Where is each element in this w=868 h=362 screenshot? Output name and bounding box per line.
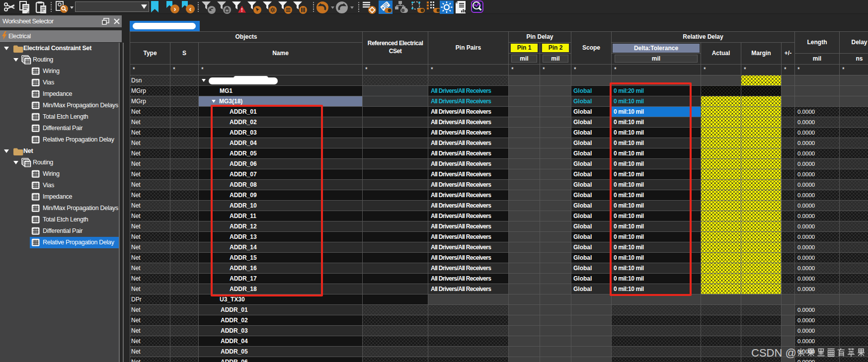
svg-text:›: ›: [174, 5, 176, 13]
svg-text:!: !: [241, 7, 242, 13]
svg-text:‹: ‹: [189, 5, 192, 13]
